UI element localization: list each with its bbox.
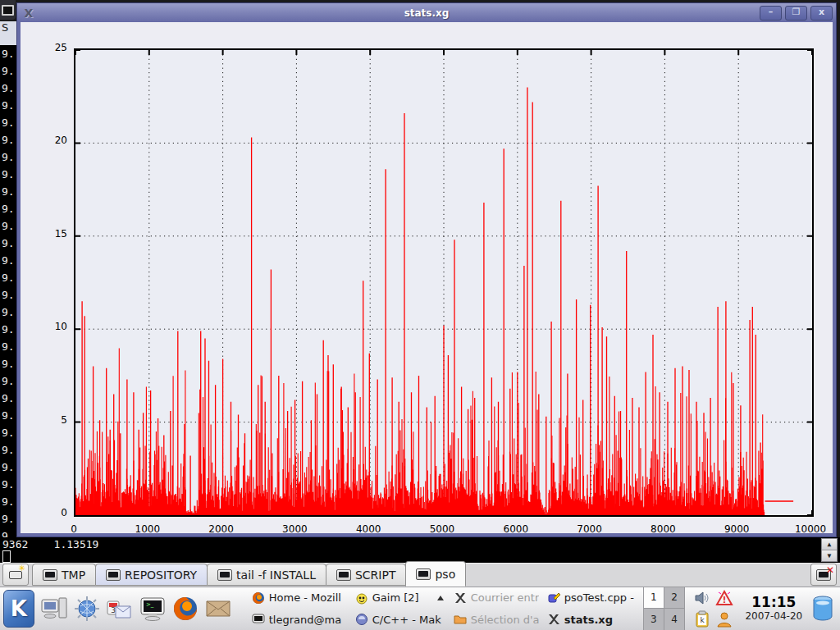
tab-label: SCRIPT bbox=[355, 568, 396, 582]
x11-icon bbox=[454, 591, 467, 605]
terminal-cursor bbox=[2, 550, 11, 563]
kmail-icon[interactable] bbox=[202, 591, 235, 627]
quick-launchers: 3>_ bbox=[38, 591, 235, 627]
konsole-tab-tmp[interactable]: TMP bbox=[32, 564, 96, 586]
konsole-icon[interactable]: >_ bbox=[136, 591, 169, 627]
y-tick-label: 20 bbox=[33, 135, 67, 146]
trash-applet[interactable] bbox=[810, 595, 835, 623]
task-gaim-2-[interactable]: Gaim [2] bbox=[353, 587, 431, 609]
terminal-icon bbox=[252, 613, 265, 626]
klipper-icon[interactable]: k bbox=[693, 610, 711, 628]
close-icon: ✕ bbox=[826, 564, 834, 576]
terminal-line: 9. bbox=[2, 97, 16, 114]
scroll-up-icon[interactable]: ▲ bbox=[822, 539, 837, 550]
terminal-scrollbar[interactable]: ▲ ▼ bbox=[821, 538, 838, 562]
y-tick-label: 25 bbox=[33, 42, 67, 53]
system-icon[interactable] bbox=[38, 591, 71, 627]
window-buttons: –❐x bbox=[760, 6, 833, 21]
terminal-status-line: 9362 1.13519 bbox=[2, 538, 98, 550]
task-psotest-cpp-[interactable]: psoTest.cpp - bbox=[545, 587, 643, 609]
task-label: Sélection d'a bbox=[471, 614, 540, 626]
presence-icon[interactable] bbox=[715, 610, 733, 628]
task-c-c-mak[interactable]: C/C++ - Mak bbox=[353, 609, 451, 630]
maximize-button[interactable]: ❐ bbox=[785, 6, 807, 21]
svg-text:k: k bbox=[701, 616, 705, 624]
kmenu-button[interactable]: K bbox=[3, 590, 34, 628]
clock-time: 11:15 bbox=[737, 595, 810, 611]
x-tick-label: 4000 bbox=[344, 523, 393, 535]
close-button[interactable]: x bbox=[810, 6, 833, 21]
terminal-line: 9. bbox=[2, 338, 16, 355]
spark-icon: ✳ bbox=[19, 566, 25, 571]
gaim-icon bbox=[355, 591, 368, 605]
konqueror-icon[interactable] bbox=[71, 591, 103, 627]
clock-applet[interactable]: 11:15 2007-04-20 bbox=[737, 595, 810, 622]
x11-window-icon[interactable]: X bbox=[22, 7, 35, 20]
konsole-tab-repository[interactable]: REPOSITORY bbox=[95, 564, 208, 586]
pager-desktop-2[interactable]: 2 bbox=[664, 587, 685, 609]
system-tray: !k bbox=[692, 587, 736, 630]
kontact-icon[interactable]: 3 bbox=[103, 591, 136, 627]
chart-path bbox=[82, 87, 760, 515]
y-tick-label: 0 bbox=[33, 507, 67, 518]
y-tick-label: 10 bbox=[33, 321, 67, 332]
background-window-fragment: S bbox=[0, 21, 16, 45]
pager-desktop-1[interactable]: 1 bbox=[644, 587, 664, 609]
background-window-icon bbox=[0, 0, 16, 20]
terminal-line: 9. bbox=[2, 355, 16, 372]
terminal-line: 9. bbox=[2, 424, 16, 441]
background-terminal-left-column: 9.9.9.9.9.9.9.9.9.9.9.9.9.9.9.9.9.9.9.9.… bbox=[0, 45, 16, 537]
close-session-button[interactable]: ✕ bbox=[810, 564, 837, 586]
x-tick-label: 0 bbox=[49, 523, 98, 535]
x-tick-label: 1000 bbox=[123, 523, 172, 535]
chart-path bbox=[75, 349, 765, 516]
alert-icon[interactable]: ! bbox=[715, 589, 733, 607]
terminal-line: 9. bbox=[2, 286, 16, 304]
task-label: stats.xg bbox=[564, 614, 613, 626]
task-label: psoTest.cpp - bbox=[564, 591, 634, 604]
terminal-line: 9. bbox=[2, 269, 16, 286]
tab-label: pso bbox=[435, 568, 455, 581]
task-tlegrand-ma[interactable]: tlegrand@ma bbox=[249, 609, 353, 630]
new-session-button[interactable]: ✳ bbox=[2, 564, 29, 586]
tab-label: tail -f INSTALL bbox=[236, 568, 316, 582]
task-label: Courrier entr bbox=[471, 591, 540, 604]
trash-icon bbox=[810, 595, 835, 623]
desktop-pager: 1234 bbox=[643, 587, 685, 630]
task-home-mozill[interactable]: Home - Mozill bbox=[249, 587, 353, 609]
folder-orange-icon bbox=[454, 613, 467, 626]
terminal-icon bbox=[106, 569, 121, 581]
terminal-line: 9. bbox=[2, 441, 16, 459]
volume-icon[interactable] bbox=[693, 589, 711, 607]
chart-canvas bbox=[75, 50, 812, 515]
konsole-tab-tail-f-install[interactable]: tail -f INSTALL bbox=[207, 564, 326, 586]
minimize-button[interactable]: – bbox=[760, 6, 782, 21]
task-label: C/C++ - Mak bbox=[372, 614, 441, 626]
task-courrier-entr[interactable]: Courrier entr bbox=[451, 587, 545, 609]
x-tick-label: 3000 bbox=[270, 523, 319, 535]
task-stats-xg[interactable]: stats.xg bbox=[545, 609, 643, 630]
background-terminal-output: 9362 1.13519 ▲ ▼ bbox=[0, 537, 840, 563]
task-s-lection-d-a[interactable]: Sélection d'a bbox=[451, 609, 545, 630]
x-tick-label: 10000 bbox=[786, 523, 835, 535]
pager-desktop-4[interactable]: 4 bbox=[664, 609, 685, 630]
svg-text:!: ! bbox=[723, 595, 727, 605]
pager-desktop-3[interactable]: 3 bbox=[644, 609, 664, 630]
firefox-icon[interactable] bbox=[169, 591, 202, 627]
terminal-line: 9. bbox=[2, 148, 16, 166]
scroll-down-icon[interactable]: ▼ bbox=[822, 550, 837, 561]
monitor-icon bbox=[2, 5, 14, 16]
task-label: Home - Mozill bbox=[269, 591, 341, 604]
terminal-line: 9. bbox=[2, 131, 16, 148]
kicker-panel: K 3>_ Home - MozillGaim [2]Courrier entr… bbox=[0, 587, 840, 630]
x-tick-label: 9000 bbox=[712, 523, 761, 535]
terminal-line: 9. bbox=[2, 372, 16, 390]
konsole-tab-script[interactable]: SCRIPT bbox=[326, 564, 407, 586]
titlebar[interactable]: X stats.xg –❐x bbox=[17, 3, 836, 22]
x-tick-label: 8000 bbox=[638, 523, 687, 535]
taskbar-scroll-button[interactable] bbox=[431, 587, 451, 609]
desktop: S 9.9.9.9.9.9.9.9.9.9.9.9.9.9.9.9.9.9.9.… bbox=[0, 0, 840, 630]
terminal-line: 9. bbox=[2, 183, 16, 200]
konsole-tab-pso[interactable]: pso bbox=[405, 561, 466, 587]
stats-window: X stats.xg –❐x 0510152025010002000300040… bbox=[16, 2, 837, 537]
